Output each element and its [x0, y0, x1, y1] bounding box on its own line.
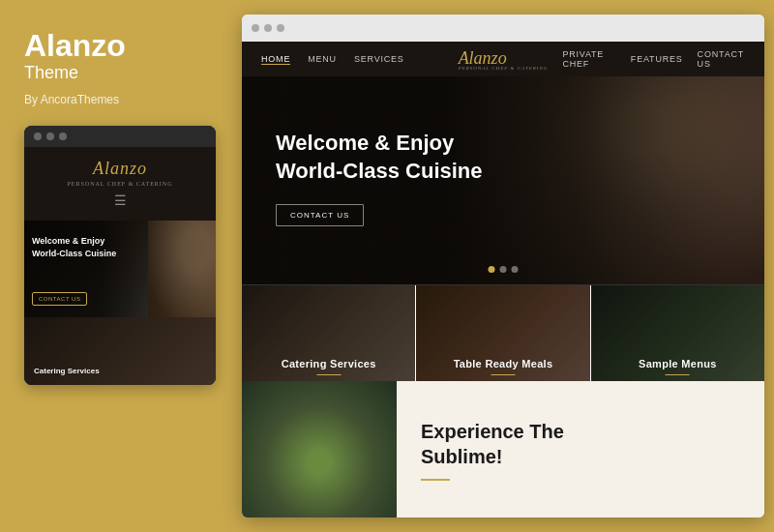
- browser-dot-3: [277, 24, 284, 32]
- nav-menu[interactable]: MENU: [308, 54, 337, 64]
- sublime-food-image: [242, 381, 397, 517]
- hero-title: Welcome & EnjoyWorld-Class Cuisine: [276, 130, 483, 185]
- hamburger-icon[interactable]: ☰: [36, 192, 204, 209]
- browser-dot-2: [264, 24, 272, 32]
- nav-services[interactable]: SERVICES: [354, 54, 404, 64]
- theme-name: Alanzo: [24, 29, 216, 63]
- service-underline-2: [491, 374, 515, 375]
- site-logo-tagline: PERSONAL CHEF & CATERING: [459, 66, 549, 71]
- nav-features[interactable]: FEATURES: [631, 54, 683, 64]
- left-panel: Alanzo Theme By AncoraThemes Alanzo PERS…: [0, 0, 240, 532]
- site-logo-text: Alanzo: [459, 48, 507, 68]
- slider-dot-2[interactable]: [500, 266, 507, 273]
- services-row: Catering Services Table Ready Meals Samp…: [242, 284, 764, 381]
- service-card-catering[interactable]: Catering Services: [242, 285, 416, 381]
- mobile-preview-card: Alanzo PERSONAL CHEF & CATERING ☰ Welcom…: [24, 126, 216, 385]
- hero-slider-dots: [489, 266, 519, 273]
- browser-dot-1: [252, 24, 259, 32]
- nav-contact[interactable]: CONTACT US: [698, 49, 745, 69]
- service-label-3: Sample Menus: [591, 358, 764, 369]
- service-underline-3: [666, 374, 690, 375]
- by-line: By AncoraThemes: [24, 93, 216, 106]
- hero-contact-button[interactable]: CONTACT US: [276, 204, 364, 226]
- mobile-hero: Welcome & EnjoyWorld-Class Cuisine CONTA…: [24, 221, 216, 317]
- nav-home[interactable]: HOME: [261, 54, 290, 65]
- nav-links-right: PRIVATE CHEF FEATURES CONTACT US: [562, 49, 745, 69]
- site-logo[interactable]: Alanzo PERSONAL CHEF & CATERING: [459, 48, 549, 71]
- sublime-title: Experience TheSublime!: [421, 419, 564, 469]
- sublime-image-inner: [242, 381, 397, 517]
- nav-links-left: HOME MENU SERVICES: [261, 54, 444, 65]
- sublime-accent-line: [421, 479, 450, 481]
- hero-content: Welcome & EnjoyWorld-Class Cuisine CONTA…: [276, 130, 483, 226]
- dot-2: [46, 133, 54, 140]
- sublime-section: Experience TheSublime!: [242, 381, 764, 517]
- mobile-logo: Alanzo: [36, 159, 204, 179]
- service-card-sample-menus[interactable]: Sample Menus: [591, 285, 764, 381]
- site-logo-container: Alanzo PERSONAL CHEF & CATERING: [444, 48, 563, 71]
- mobile-tagline: PERSONAL CHEF & CATERING: [36, 181, 204, 187]
- mobile-service-card: Catering Services: [24, 317, 216, 385]
- browser-bar: [242, 15, 764, 42]
- service-card-table-meals[interactable]: Table Ready Meals: [416, 285, 590, 381]
- window-controls: [24, 126, 216, 147]
- service-underline-1: [316, 374, 341, 375]
- service-label-1: Catering Services: [242, 358, 415, 369]
- hero-section: Welcome & EnjoyWorld-Class Cuisine CONTA…: [242, 76, 764, 284]
- dot-3: [59, 133, 67, 140]
- mobile-site-header: Alanzo PERSONAL CHEF & CATERING ☰: [24, 147, 216, 221]
- mobile-hero-title: Welcome & EnjoyWorld-Class Cuisine: [32, 235, 116, 259]
- sublime-content: Experience TheSublime!: [397, 381, 588, 517]
- mobile-service-label: Catering Services: [34, 367, 100, 375]
- slider-dot-3[interactable]: [512, 266, 519, 273]
- theme-subtitle: Theme: [24, 63, 216, 83]
- dot-1: [34, 133, 42, 140]
- browser-mockup: HOME MENU SERVICES Alanzo PERSONAL CHEF …: [242, 15, 764, 517]
- mobile-contact-button[interactable]: CONTACT US: [32, 292, 87, 306]
- slider-dot-1[interactable]: [489, 266, 495, 273]
- nav-private-chef[interactable]: PRIVATE CHEF: [562, 49, 615, 69]
- service-label-2: Table Ready Meals: [416, 358, 589, 369]
- site-nav: HOME MENU SERVICES Alanzo PERSONAL CHEF …: [242, 42, 764, 76]
